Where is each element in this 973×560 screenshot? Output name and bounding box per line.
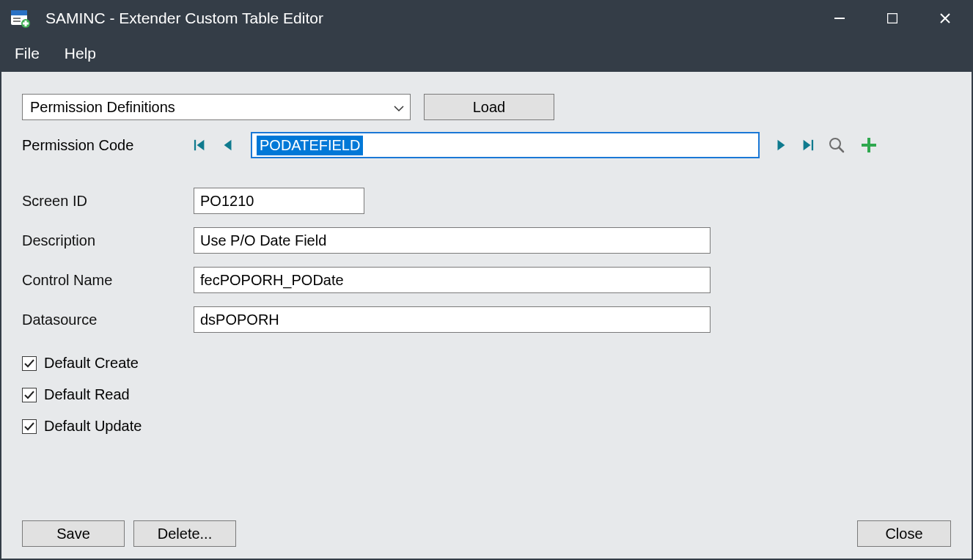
nav-next-icon[interactable]: [774, 138, 787, 152]
window-title: SAMINC - Extender Custom Table Editor: [45, 10, 813, 27]
permission-code-row: Permission Code PODATEFIELD: [22, 132, 951, 158]
default-create-label: Default Create: [44, 355, 139, 372]
datasource-label: Datasource: [22, 312, 194, 328]
top-row: Permission Definitions Load: [22, 94, 951, 120]
description-input[interactable]: [194, 227, 711, 254]
svg-rect-1: [11, 10, 27, 15]
maximize-button[interactable]: [866, 1, 919, 35]
app-icon: [10, 8, 31, 29]
screen-id-row: Screen ID: [22, 188, 951, 214]
svg-rect-6: [23, 23, 29, 25]
save-button[interactable]: Save: [22, 520, 125, 547]
bottom-button-bar: Save Delete... Close: [22, 520, 951, 547]
search-icon[interactable]: [827, 136, 846, 155]
menu-file[interactable]: File: [15, 45, 40, 62]
screen-id-label: Screen ID: [22, 193, 194, 210]
title-bar: SAMINC - Extender Custom Table Editor: [1, 1, 972, 35]
datasource-input[interactable]: [194, 306, 711, 333]
delete-button[interactable]: Delete...: [133, 520, 236, 547]
permission-code-label: Permission Code: [22, 137, 194, 154]
svg-marker-13: [804, 140, 811, 150]
chevron-down-icon: [394, 99, 404, 116]
svg-marker-10: [197, 140, 205, 150]
svg-rect-8: [888, 14, 897, 23]
default-read-row: Default Read: [22, 386, 951, 403]
nav-last-icon[interactable]: [801, 138, 814, 152]
svg-marker-12: [778, 140, 785, 150]
svg-line-16: [839, 147, 843, 152]
svg-marker-11: [224, 140, 232, 150]
svg-rect-9: [194, 140, 196, 150]
svg-rect-3: [13, 21, 21, 22]
menu-help[interactable]: Help: [65, 45, 96, 62]
window-controls: [813, 1, 972, 35]
menu-bar: File Help: [1, 35, 972, 72]
default-read-checkbox[interactable]: [22, 388, 37, 402]
svg-rect-2: [13, 18, 21, 19]
default-update-label: Default Update: [44, 418, 142, 435]
close-window-button[interactable]: [919, 1, 972, 35]
add-new-icon[interactable]: [859, 136, 878, 155]
default-update-checkbox[interactable]: [22, 419, 37, 434]
default-create-checkbox[interactable]: [22, 356, 37, 371]
control-name-input[interactable]: [194, 267, 711, 293]
default-create-row: Default Create: [22, 355, 951, 372]
minimize-button[interactable]: [813, 1, 866, 35]
default-read-label: Default Read: [44, 386, 130, 403]
svg-rect-7: [834, 18, 845, 19]
load-button[interactable]: Load: [424, 94, 554, 120]
nav-left-group: [194, 138, 235, 152]
description-row: Description: [22, 227, 951, 254]
close-button[interactable]: Close: [857, 520, 951, 547]
main-window: SAMINC - Extender Custom Table Editor Fi…: [0, 0, 973, 560]
control-name-label: Control Name: [22, 272, 194, 289]
description-label: Description: [22, 232, 194, 249]
nav-prev-icon[interactable]: [221, 138, 235, 152]
nav-right-group: [774, 136, 878, 155]
dropdown-value: Permission Definitions: [30, 99, 175, 116]
nav-first-icon[interactable]: [194, 138, 207, 152]
control-name-row: Control Name: [22, 267, 951, 293]
datasource-row: Datasource: [22, 306, 951, 333]
svg-rect-18: [862, 144, 876, 147]
permission-code-value: PODATEFIELD: [257, 136, 363, 155]
default-update-row: Default Update: [22, 418, 951, 435]
client-area: Permission Definitions Load Permission C…: [1, 72, 972, 559]
screen-id-input[interactable]: [194, 188, 364, 214]
svg-rect-14: [812, 140, 813, 150]
permission-code-input[interactable]: PODATEFIELD: [251, 132, 760, 158]
table-select-dropdown[interactable]: Permission Definitions: [22, 94, 411, 120]
